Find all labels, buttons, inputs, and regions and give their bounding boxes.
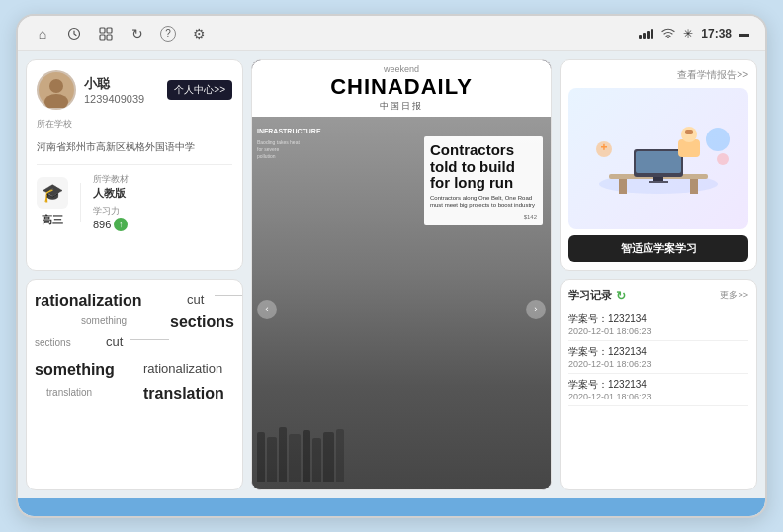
svg-point-22: [717, 153, 729, 165]
crowd-figures: [257, 422, 422, 482]
news-image: INFRASTRUCTURE Baoding takes heat for se…: [252, 117, 551, 490]
wifi-icon: [661, 27, 675, 41]
word-translation-2[interactable]: translation: [143, 385, 224, 402]
word-sections-1[interactable]: sections: [170, 313, 234, 331]
learning-label: 学习力: [93, 205, 232, 218]
status-bar: ⌂ ↻ ? ⚙: [18, 16, 765, 51]
avatar: [37, 70, 76, 110]
records-panel: 学习记录 ↻ 更多>> 学案号：1232134 2020-12-01 18:06…: [560, 279, 757, 490]
weekend-label: weekend: [262, 64, 541, 74]
svg-rect-14: [636, 151, 681, 173]
bluetooth-icon: ✳: [683, 27, 693, 41]
svg-rect-24: [603, 143, 605, 149]
news-headline: Contractorstold to buildfor long run: [430, 142, 537, 192]
textbook-label: 所学教材: [93, 173, 232, 186]
record-item-2: 学案号：1232134 2020-12-01 18:06:23: [568, 341, 748, 374]
bottom-bar: [18, 498, 765, 516]
score-up-icon: ↑: [114, 218, 128, 231]
news-body: INFRASTRUCTURE Baoding takes heat for se…: [252, 117, 551, 490]
home-icon[interactable]: ⌂: [34, 25, 51, 43]
word-translation-1[interactable]: translation: [46, 387, 92, 398]
word-rationalization-2[interactable]: rationalization: [143, 361, 222, 376]
svg-rect-1: [100, 28, 105, 33]
record-time-2: 2020-12-01 18:06:23: [568, 359, 748, 369]
history-icon[interactable]: [65, 25, 83, 43]
grade-box: 🎓 高三: [37, 177, 68, 227]
sync-icon[interactable]: ↻: [129, 25, 146, 43]
record-item-3: 学案号：1232134 2020-12-01 18:06:23: [568, 374, 748, 406]
record-item-1: 学案号：1232134 2020-12-01 18:06:23: [568, 309, 748, 341]
user-school: 河南省郑州市高新区枫格外国语中学: [37, 138, 232, 156]
word-line-1: [215, 295, 243, 296]
user-id: 1239409039: [84, 93, 159, 105]
news-header: weekend CHINADAILY 中国日报: [252, 60, 551, 117]
svg-rect-11: [619, 179, 627, 194]
settings-icon[interactable]: ⚙: [190, 25, 208, 43]
svg-rect-2: [107, 28, 112, 33]
profile-btn[interactable]: 个人中心>>: [167, 80, 232, 100]
svg-rect-16: [649, 181, 668, 183]
grade-label: 高三: [42, 213, 63, 227]
user-panel: 小聪 1239409039 个人中心>> 所在学校 河南省郑州市高新区枫格外国语…: [26, 59, 243, 271]
svg-point-7: [49, 79, 63, 93]
grade-section: 🎓 高三 所学教材 人教版 学习力 896 ↑: [37, 173, 232, 231]
device-frame: ⌂ ↻ ? ⚙: [16, 14, 767, 518]
record-id-2: 学案号：1232134: [568, 345, 748, 359]
adaptive-btn[interactable]: 智适应学案学习: [568, 235, 748, 262]
time-display: 17:38: [701, 27, 732, 41]
textbook-section: 所学教材 人教版 学习力 896 ↑: [93, 173, 232, 231]
china-daily-subtitle: 中国日报: [262, 100, 541, 113]
user-info: 小聪 1239409039: [84, 75, 159, 105]
svg-rect-4: [107, 35, 112, 40]
word-sections-2[interactable]: sections: [35, 337, 71, 348]
word-cut-2[interactable]: cut: [106, 334, 123, 349]
news-prev-arrow[interactable]: ‹: [257, 300, 277, 319]
record-id-1: 学案号：1232134: [568, 312, 748, 326]
svg-rect-12: [690, 179, 698, 194]
record-id-3: 学案号：1232134: [568, 378, 748, 392]
svg-point-21: [706, 128, 730, 151]
report-illustration: [568, 88, 748, 229]
user-header: 小聪 1239409039 个人中心>>: [37, 70, 232, 110]
nav-icons: ⌂ ↻ ? ⚙: [34, 25, 639, 43]
china-daily-logo: CHINADAILY: [262, 74, 541, 100]
word-cut-1[interactable]: cut: [187, 292, 204, 307]
refresh-icon[interactable]: ↻: [616, 289, 626, 303]
news-section-label: INFRASTRUCTURE: [257, 127, 336, 136]
word-rationalization-1[interactable]: rationalization: [35, 292, 141, 310]
battery-icon: ▬: [740, 28, 749, 39]
more-link[interactable]: 更多>>: [720, 289, 748, 302]
main-grid: 小聪 1239409039 个人中心>> 所在学校 河南省郑州市高新区枫格外国语…: [18, 51, 765, 498]
word-something-2[interactable]: something: [35, 361, 115, 379]
help-icon[interactable]: ?: [160, 26, 176, 42]
user-name: 小聪: [84, 75, 159, 93]
record-time-3: 2020-12-01 18:06:23: [568, 392, 748, 401]
record-time-1: 2020-12-01 18:06:23: [568, 326, 748, 336]
records-title: 学习记录 ↻: [568, 288, 626, 303]
news-panel: weekend CHINADAILY 中国日报 INFRASTRUCTURE B…: [251, 59, 552, 490]
news-next-arrow[interactable]: ›: [526, 300, 546, 319]
layout-icon[interactable]: [97, 25, 115, 43]
wordcloud-panel: rationalization cut something sections s…: [26, 279, 243, 490]
learning-score: 896 ↑: [93, 218, 232, 231]
status-right: ✳ 17:38 ▬: [639, 27, 749, 41]
svg-rect-15: [653, 177, 663, 181]
svg-rect-19: [685, 130, 693, 134]
report-panel: 查看学情报告>>: [560, 59, 757, 271]
svg-point-5: [667, 36, 669, 37]
word-something-1[interactable]: something: [81, 315, 127, 326]
signal-icon: [639, 29, 653, 39]
news-subtext: Contractors along One Belt, One Roadmust…: [430, 195, 537, 211]
grade-icon: 🎓: [37, 177, 68, 209]
svg-rect-3: [100, 35, 105, 40]
records-header: 学习记录 ↻ 更多>>: [568, 288, 748, 303]
report-link[interactable]: 查看学情报告>>: [568, 68, 748, 82]
news-price: $142: [430, 214, 537, 220]
word-line-2: [130, 339, 169, 340]
location-label: 所在学校: [37, 118, 232, 131]
textbook-name: 人教版: [93, 186, 232, 201]
